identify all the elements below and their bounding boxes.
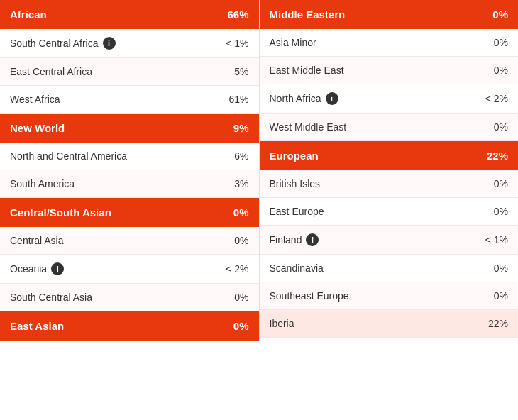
sub-item-label: South Central Asia xyxy=(10,292,92,303)
sub-item-name: East Central Africa xyxy=(10,66,92,77)
list-item: East Central Africa5% xyxy=(0,58,259,86)
sub-item-label: South Central Africa xyxy=(10,38,99,49)
sub-item-pct: 0% xyxy=(494,178,508,189)
sub-item-pct: 3% xyxy=(234,178,248,189)
list-item: South America3% xyxy=(0,170,259,198)
sub-item-name: South America xyxy=(10,178,75,189)
sub-item-name: Asia Minor xyxy=(270,37,316,48)
sub-item-label: East Central Africa xyxy=(10,66,92,77)
info-icon[interactable]: i xyxy=(326,92,338,105)
category-header: Middle Eastern0% xyxy=(260,0,519,29)
category-name: East Asian xyxy=(10,320,64,332)
sub-item-pct: 0% xyxy=(234,292,248,303)
category-header: Central/South Asian0% xyxy=(0,198,259,227)
sub-item-name: Finlandi xyxy=(270,233,319,246)
sub-item-label: Finland xyxy=(270,234,302,245)
list-item: East Middle East0% xyxy=(260,57,519,84)
sub-item-pct: 22% xyxy=(488,318,508,329)
sub-item-label: Iberia xyxy=(270,318,294,329)
info-icon[interactable]: i xyxy=(51,262,64,275)
list-item: British Isles0% xyxy=(260,170,519,198)
sub-item-name: North and Central America xyxy=(10,150,127,162)
sub-item-pct: 0% xyxy=(494,65,508,76)
category-name: Central/South Asian xyxy=(10,206,111,219)
sub-item-label: North and Central America xyxy=(10,150,127,162)
category-name: Middle Eastern xyxy=(270,9,346,21)
sub-item-label: Southeast Europe xyxy=(270,290,349,302)
sub-item-label: Scandinavia xyxy=(270,262,324,274)
info-icon[interactable]: i xyxy=(103,37,116,50)
sub-item-pct: 0% xyxy=(494,262,508,274)
sub-item-pct: 5% xyxy=(234,66,248,77)
sub-item-name: East Europe xyxy=(270,206,324,217)
list-item: West Africa61% xyxy=(0,86,259,114)
list-item: Central Asia0% xyxy=(0,227,259,255)
sub-item-label: Asia Minor xyxy=(270,37,316,48)
category-name: African xyxy=(10,9,47,21)
sub-item-label: South America xyxy=(10,178,75,189)
sub-item-pct: 6% xyxy=(234,150,248,162)
sub-item-label: North Africa xyxy=(270,93,321,104)
main-container: African66%South Central Africai< 1%East … xyxy=(0,0,518,341)
list-item: East Europe0% xyxy=(260,198,519,226)
category-name: European xyxy=(270,150,319,162)
category-name: New World xyxy=(10,122,65,134)
sub-item-pct: < 2% xyxy=(226,263,248,275)
list-item: Asia Minor0% xyxy=(260,29,519,57)
right-column: Middle Eastern0%Asia Minor0%East Middle … xyxy=(260,0,519,341)
sub-item-label: West Africa xyxy=(10,94,60,105)
left-column: African66%South Central Africai< 1%East … xyxy=(0,0,260,341)
list-item: Scandinavia0% xyxy=(260,255,519,282)
sub-item-name: East Middle East xyxy=(270,65,344,76)
sub-item-name: West Africa xyxy=(10,94,60,105)
sub-item-pct: 0% xyxy=(494,206,508,217)
sub-item-pct: < 1% xyxy=(485,234,508,245)
sub-item-label: East Middle East xyxy=(270,65,344,76)
list-item: North Africai< 2% xyxy=(260,84,519,114)
category-header: European22% xyxy=(260,141,519,170)
info-icon[interactable]: i xyxy=(306,233,319,246)
sub-item-label: British Isles xyxy=(270,178,321,189)
sub-item-name: Iberia xyxy=(270,318,294,329)
category-header: New World9% xyxy=(0,114,259,143)
sub-item-name: North Africai xyxy=(270,92,338,105)
sub-item-name: Scandinavia xyxy=(270,262,324,274)
sub-item-name: Oceaniai xyxy=(10,262,64,275)
category-pct: 0% xyxy=(492,9,508,21)
sub-item-name: Central Asia xyxy=(10,235,63,246)
category-header: East Asian0% xyxy=(0,311,259,341)
category-pct: 0% xyxy=(233,206,249,219)
sub-item-pct: 0% xyxy=(234,235,248,246)
category-header: African66% xyxy=(0,0,259,29)
sub-item-label: West Middle East xyxy=(270,121,347,133)
sub-item-pct: < 1% xyxy=(226,38,248,49)
category-pct: 22% xyxy=(487,150,508,162)
sub-item-pct: 0% xyxy=(494,290,508,302)
sub-item-pct: < 2% xyxy=(485,93,508,104)
category-pct: 9% xyxy=(233,122,249,134)
sub-item-name: Southeast Europe xyxy=(270,290,349,302)
sub-item-pct: 0% xyxy=(494,121,508,133)
category-pct: 0% xyxy=(233,320,249,332)
sub-item-label: Central Asia xyxy=(10,235,63,246)
sub-item-name: West Middle East xyxy=(270,121,347,133)
sub-item-pct: 0% xyxy=(494,37,508,48)
list-item: North and Central America6% xyxy=(0,143,259,170)
list-item: Iberia22% xyxy=(260,310,519,338)
sub-item-label: East Europe xyxy=(270,206,324,217)
sub-item-name: British Isles xyxy=(270,178,321,189)
list-item: Southeast Europe0% xyxy=(260,282,519,310)
sub-item-name: South Central Africai xyxy=(10,37,116,50)
list-item: Oceaniai< 2% xyxy=(0,255,259,284)
category-pct: 66% xyxy=(227,9,248,21)
sub-item-name: South Central Asia xyxy=(10,292,92,303)
sub-item-label: Oceania xyxy=(10,263,47,275)
list-item: West Middle East0% xyxy=(260,114,519,141)
list-item: South Central Asia0% xyxy=(0,284,259,311)
list-item: South Central Africai< 1% xyxy=(0,29,259,58)
list-item: Finlandi< 1% xyxy=(260,226,519,255)
sub-item-pct: 61% xyxy=(228,94,248,105)
